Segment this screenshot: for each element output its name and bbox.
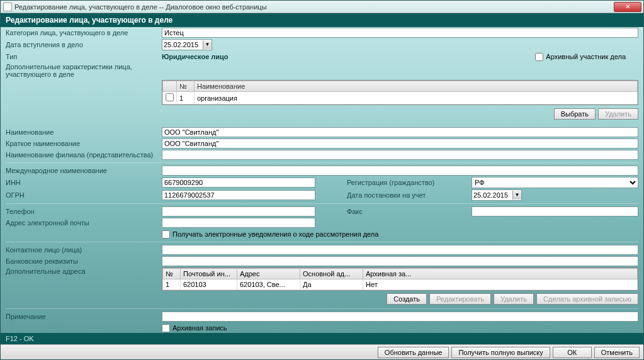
- contact-persons-input[interactable]: [162, 245, 638, 255]
- reg-date-picker[interactable]: ▼: [472, 189, 522, 201]
- addr-row-addr: 620103, Све...: [237, 279, 300, 290]
- label-inn: ИНН: [6, 179, 162, 186]
- label-extra-addresses: Дополнительные адреса: [6, 267, 162, 275]
- ogrn-input[interactable]: [162, 190, 315, 200]
- name-input[interactable]: [162, 127, 638, 137]
- delete-addr-button[interactable]: Удалить: [494, 293, 534, 305]
- registration-select[interactable]: РФ: [472, 177, 638, 188]
- short-name-input[interactable]: [162, 138, 638, 149]
- archive-record-checkbox[interactable]: [162, 324, 170, 332]
- label-note: Примечание: [6, 313, 162, 320]
- window-title: Редактирование лица, участвующего в деле…: [14, 3, 267, 11]
- label-registration: Регистрация (гражданство): [339, 179, 472, 186]
- dialog-content: Категория лица, участвующего в деле Дата…: [1, 27, 643, 343]
- category-input[interactable]: [162, 28, 638, 38]
- addresses-table: № Почтовый ин... Адрес Основной ад... Ар…: [162, 268, 638, 290]
- label-name: Наименование: [6, 128, 162, 136]
- char-col-idx: №: [177, 81, 195, 92]
- label-archive-participant: Архивный участник дела: [546, 53, 626, 60]
- label-extra-chars: Дополнительные характеристики лица, учас…: [6, 63, 162, 78]
- inn-input[interactable]: [162, 177, 315, 188]
- table-row[interactable]: 1 организация: [163, 92, 638, 104]
- char-row-checkbox[interactable]: [166, 93, 174, 101]
- archive-participant-checkbox[interactable]: [535, 53, 543, 61]
- addr-col-idx: №: [163, 269, 181, 279]
- ok-button[interactable]: ОК: [553, 347, 592, 358]
- dialog-window: Редактирование лица, участвующего в деле…: [0, 0, 644, 360]
- app-icon: [3, 3, 12, 11]
- make-archive-button[interactable]: Сделать архивной записью: [536, 293, 638, 305]
- characteristics-table: № Наименование 1 организация: [162, 80, 638, 105]
- label-email: Адрес электронной почты: [6, 219, 162, 227]
- refresh-button[interactable]: Обновить данные: [378, 347, 449, 358]
- addr-col-addr: Адрес: [237, 269, 300, 279]
- intl-name-input[interactable]: [162, 166, 638, 176]
- create-button[interactable]: Создать: [387, 293, 427, 305]
- notifications-checkbox[interactable]: [162, 230, 170, 239]
- label-type: Тип: [6, 53, 162, 60]
- label-contact-persons: Контактное лицо (лица): [6, 246, 162, 254]
- label-bank-details: Банковские реквизиты: [6, 257, 162, 265]
- note-input[interactable]: [162, 312, 638, 322]
- char-col-name: Наименование: [195, 81, 638, 92]
- label-reg-date: Дата постановки на учет: [339, 191, 472, 199]
- edit-button[interactable]: Редактировать: [429, 293, 491, 305]
- table-row[interactable]: 1 620103 620103, Све... Да Нет: [163, 279, 638, 290]
- label-intl-name: Международное наименование: [6, 167, 162, 174]
- select-button[interactable]: Выбрать: [554, 108, 596, 120]
- full-extract-button[interactable]: Получить полную выписку: [451, 347, 550, 358]
- addr-col-main: Основной ад...: [300, 269, 363, 279]
- reg-date-input[interactable]: [472, 191, 512, 200]
- label-phone: Телефон: [6, 208, 162, 215]
- footer-hint: F12 - OK: [6, 335, 34, 342]
- label-entry-date: Дата вступления в дело: [6, 41, 162, 48]
- bottom-button-bar: Обновить данные Получить полную выписку …: [1, 344, 643, 359]
- label-ogrn: ОГРН: [6, 191, 162, 199]
- addr-row-main: Да: [300, 279, 363, 290]
- label-fax: Факс: [339, 208, 472, 215]
- window-titlebar: Редактирование лица, участвующего в деле…: [1, 1, 643, 13]
- entry-date-dropdown-icon[interactable]: ▼: [203, 40, 212, 49]
- phone-input[interactable]: [162, 206, 315, 217]
- char-row-idx: 1: [177, 92, 195, 104]
- label-notifications: Получать электронные уведомления о ходе …: [172, 230, 378, 238]
- close-button[interactable]: ✕: [614, 2, 641, 12]
- entry-date-picker[interactable]: ▼: [162, 39, 212, 50]
- addr-col-arch: Архивная за...: [363, 269, 638, 279]
- label-branch-name: Наименование филиала (представительства): [6, 151, 162, 159]
- delete-char-button[interactable]: Удалить: [598, 108, 638, 120]
- status-footer: F12 - OK: [1, 333, 643, 344]
- email-input[interactable]: [162, 218, 315, 228]
- cancel-button[interactable]: Отменить: [594, 347, 640, 358]
- label-archive-record: Архивная запись: [172, 324, 227, 332]
- addr-col-zip: Почтовый ин...: [181, 269, 237, 279]
- fax-input[interactable]: [472, 206, 638, 217]
- type-value: Юридическое лицо: [162, 53, 229, 60]
- label-short-name: Краткое наименование: [6, 140, 162, 147]
- char-col-check: [163, 81, 177, 92]
- char-row-name: организация: [195, 92, 638, 104]
- bank-details-input[interactable]: [162, 256, 638, 266]
- entry-date-input[interactable]: [162, 40, 203, 49]
- branch-name-input[interactable]: [162, 150, 638, 160]
- dialog-header: Редактирование лица, участвующего в деле: [1, 13, 643, 27]
- addr-row-arch: Нет: [363, 279, 638, 290]
- addr-row-idx: 1: [163, 279, 181, 290]
- dialog-title: Редактирование лица, участвующего в деле: [6, 16, 172, 25]
- addr-row-zip: 620103: [181, 279, 237, 290]
- reg-date-dropdown-icon[interactable]: ▼: [512, 191, 521, 200]
- label-category: Категория лица, участвующего в деле: [6, 29, 162, 37]
